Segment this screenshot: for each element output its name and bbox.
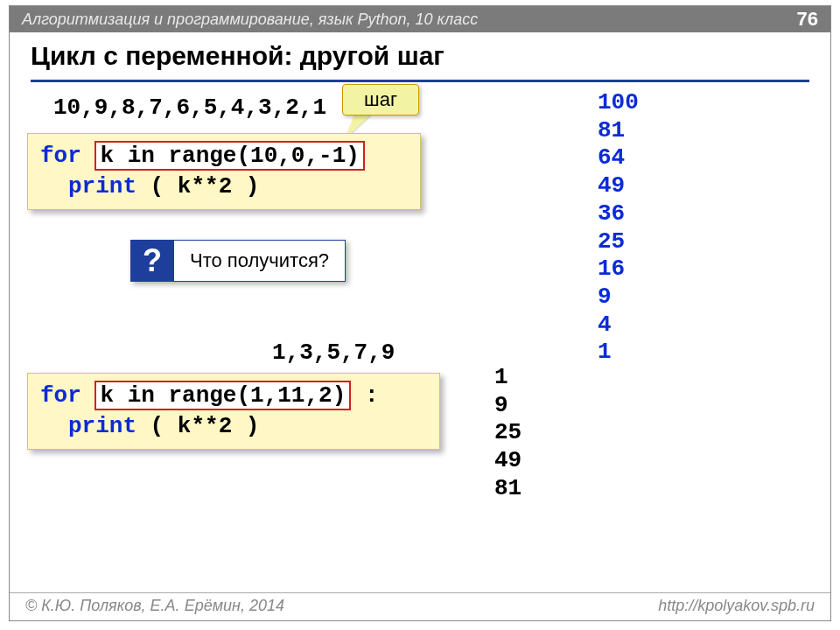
output-column-2: 19254981	[494, 364, 522, 503]
sequence-ascending: 1,3,5,7,9	[272, 340, 395, 366]
question-box: ? Что получится?	[130, 240, 346, 282]
code2-highlight: k in range(1,11,2)	[94, 381, 351, 410]
kw-print-2: print	[68, 413, 136, 439]
sequence-descending: 10,9,8,7,6,5,4,3,2,1	[53, 94, 326, 121]
code-block-2: for k in range(1,11,2) : print ( k**2 )	[27, 373, 440, 450]
kw-for-2: for	[40, 382, 81, 409]
course-title: Алгоритмизация и программирование, язык …	[22, 10, 478, 29]
question-text: Что получится?	[174, 240, 346, 282]
website-link[interactable]: http://kpolyakov.spb.ru	[658, 597, 815, 615]
copyright: © К.Ю. Поляков, Е.А. Ерёмин, 2014	[25, 597, 284, 615]
kw-for: for	[40, 143, 81, 169]
code1-highlight: k in range(10,0,-1)	[94, 141, 364, 171]
code2-colon: :	[351, 382, 378, 409]
output-column-1: 100816449362516941	[598, 89, 639, 367]
slide-title: Цикл с переменной: другой шаг	[31, 41, 809, 71]
code-block-1: for k in range(10,0,-1) print ( k**2 )	[27, 133, 421, 210]
code1-expr: ( k**2 )	[136, 173, 259, 200]
kw-print: print	[68, 173, 136, 200]
question-icon: ?	[130, 240, 174, 282]
code2-expr: ( k**2 )	[136, 413, 259, 439]
page-number: 76	[797, 8, 818, 31]
step-callout: шаг	[342, 84, 419, 116]
